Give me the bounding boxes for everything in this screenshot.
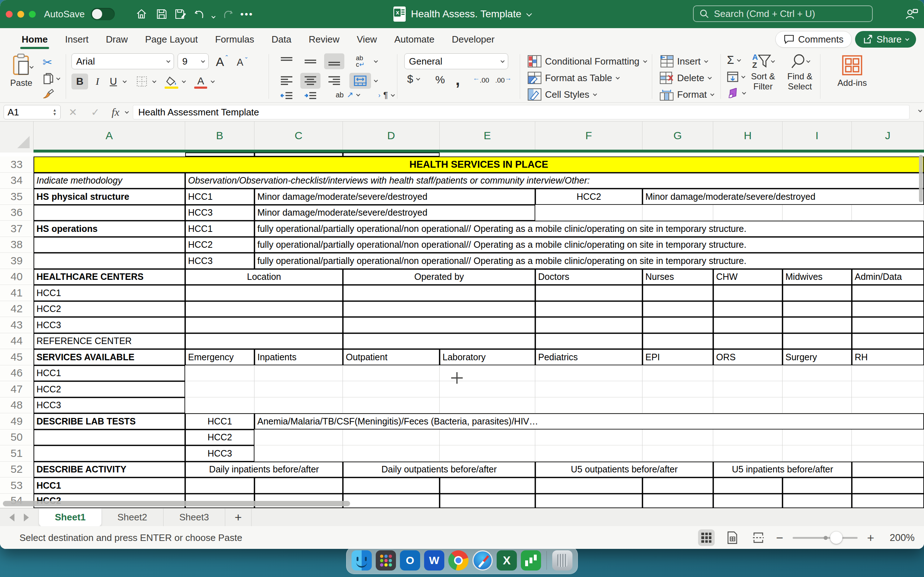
increase-indent-button[interactable]	[300, 90, 320, 102]
font-color-button[interactable]: A	[193, 73, 208, 89]
add-sheet-button[interactable]: +	[225, 508, 252, 527]
cell[interactable]	[643, 333, 713, 350]
font-color-chevron-icon[interactable]	[211, 79, 215, 83]
cell[interactable]	[782, 365, 852, 382]
cell[interactable]: HCC1	[185, 413, 254, 429]
column-header-D[interactable]: D	[343, 121, 439, 150]
cell[interactable]: HCC1	[185, 189, 254, 205]
launchpad-dock-icon[interactable]	[376, 550, 396, 571]
row-header-41[interactable]: 41	[0, 285, 34, 301]
horizontal-scrollbar[interactable]	[3, 501, 350, 506]
cell-styles-button[interactable]: Cell Styles	[528, 87, 596, 102]
tab-insert[interactable]: Insert	[56, 28, 97, 50]
cell[interactable]	[439, 494, 535, 508]
align-right-button[interactable]	[324, 73, 344, 89]
cell[interactable]	[782, 205, 852, 221]
cell[interactable]	[782, 445, 852, 462]
cell[interactable]	[34, 445, 185, 462]
cell[interactable]: Indicate methodology	[34, 173, 185, 189]
cell[interactable]	[254, 365, 343, 382]
name-box[interactable]: A1 ▲▼	[3, 105, 61, 119]
find-select-button[interactable]: Find &Select	[782, 53, 817, 92]
cell[interactable]: Daily inpatients before/after	[185, 462, 343, 478]
cell[interactable]	[254, 477, 343, 494]
paragraph-marks-button[interactable]: ›¶	[378, 90, 394, 100]
fill-color-button[interactable]	[163, 73, 180, 89]
cell[interactable]: HEALTHCARE CENTERS	[34, 269, 185, 285]
cell[interactable]	[643, 285, 713, 301]
cell[interactable]	[782, 317, 852, 333]
cell[interactable]: Outpatient	[343, 349, 439, 365]
row-header-34[interactable]: 34	[0, 173, 34, 189]
align-middle-button[interactable]	[300, 53, 320, 69]
cell[interactable]	[343, 477, 439, 494]
cell[interactable]	[535, 333, 643, 350]
cell[interactable]	[852, 365, 924, 382]
cell[interactable]	[185, 285, 343, 301]
cell[interactable]: EPI	[643, 349, 713, 365]
tab-home[interactable]: Home	[13, 28, 56, 50]
cell[interactable]	[643, 494, 713, 508]
excel-dock-icon[interactable]: X	[497, 550, 517, 571]
cell[interactable]	[34, 237, 185, 253]
zoom-level[interactable]: 200%	[884, 532, 914, 543]
cell[interactable]	[343, 285, 535, 301]
cell[interactable]: HCC3	[34, 397, 185, 414]
cell[interactable]	[643, 477, 713, 494]
cell[interactable]	[343, 301, 535, 318]
cell[interactable]	[782, 429, 852, 446]
cell[interactable]: Inpatients	[254, 349, 343, 365]
cell[interactable]: HCC2	[34, 381, 185, 397]
cell[interactable]: Doctors	[535, 269, 643, 285]
share-button[interactable]: Share	[855, 31, 916, 48]
cell[interactable]	[185, 301, 343, 318]
cell[interactable]	[713, 445, 782, 462]
sort-filter-button[interactable]: AZ Sort &Filter	[746, 53, 780, 92]
cell[interactable]	[643, 429, 713, 446]
cell[interactable]: Admin/Data	[852, 269, 924, 285]
cell[interactable]: REFERENCE CENTER	[34, 333, 185, 350]
bold-button[interactable]: B	[71, 74, 88, 89]
cell[interactable]: HCC2	[34, 301, 185, 318]
cell[interactable]: Operated by	[343, 269, 535, 285]
column-header-E[interactable]: E	[439, 121, 535, 150]
cell[interactable]: HCC2	[185, 237, 254, 253]
cell[interactable]: CHW	[713, 269, 782, 285]
cell[interactable]	[343, 429, 439, 446]
cell[interactable]	[185, 477, 254, 494]
cell[interactable]	[852, 333, 924, 350]
cell[interactable]	[713, 429, 782, 446]
cut-button[interactable]: ✂	[43, 56, 52, 69]
cell[interactable]	[852, 494, 924, 508]
underline-button[interactable]: U	[106, 74, 121, 89]
presence-person-icon[interactable]	[905, 7, 919, 21]
tab-developer[interactable]: Developer	[443, 28, 504, 50]
name-box-stepper[interactable]: ▲▼	[53, 108, 57, 116]
decrease-indent-button[interactable]	[276, 90, 297, 102]
align-center-button[interactable]	[300, 73, 320, 89]
cell[interactable]: Observation/Observation-checklist/interv…	[185, 173, 924, 189]
cell[interactable]	[782, 285, 852, 301]
comments-button[interactable]: Comments	[775, 31, 852, 48]
cell[interactable]	[439, 477, 535, 494]
cell[interactable]: RH	[852, 349, 924, 365]
row-header-36[interactable]: 36	[0, 205, 34, 221]
cell[interactable]: Laboratory	[439, 349, 535, 365]
cell[interactable]	[643, 381, 713, 397]
cell[interactable]: HCC3	[185, 205, 254, 221]
cell[interactable]	[185, 153, 254, 156]
prev-sheet-arrow-icon[interactable]	[10, 514, 15, 521]
cell[interactable]	[535, 285, 643, 301]
cell[interactable]: U5 inpatients before/after	[713, 462, 852, 478]
merge-chevron-icon[interactable]	[374, 78, 378, 82]
row-header-53[interactable]: 53	[0, 477, 34, 494]
cell[interactable]	[254, 153, 343, 156]
document-title[interactable]: Health Assess. Template	[411, 8, 521, 20]
increase-decimal-button[interactable]: ←.00	[473, 74, 489, 84]
cell[interactable]: HCC3	[185, 445, 254, 462]
cell[interactable]: Daily outpatients before/after	[343, 462, 535, 478]
zoom-slider[interactable]	[793, 537, 858, 539]
cell[interactable]	[713, 381, 782, 397]
cell[interactable]	[535, 365, 643, 382]
vertical-scrollbar[interactable]	[919, 155, 923, 202]
